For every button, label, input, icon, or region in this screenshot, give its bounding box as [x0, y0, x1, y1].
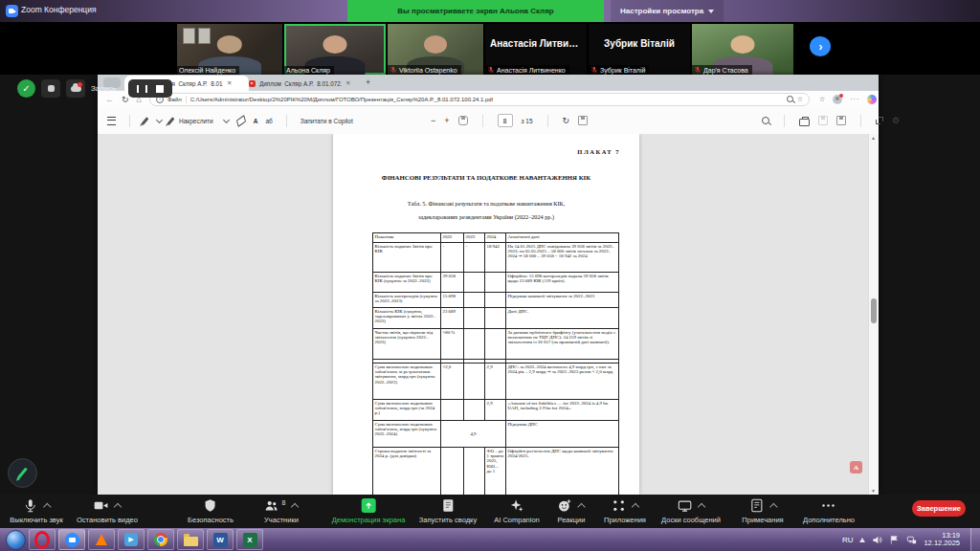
explorer-icon[interactable] [177, 529, 204, 550]
toolbar-item-label: Выключить звук [10, 516, 62, 524]
toolbar-item-participants[interactable]: 8Участники [264, 497, 299, 524]
table-header-cell: Аналітичні дані [506, 233, 619, 243]
more-icon [821, 498, 835, 513]
print-icon[interactable] [799, 119, 810, 126]
participant-tile-6[interactable]: Дар'я Стасова [692, 24, 793, 75]
draw-label[interactable]: Накреслити [179, 118, 213, 124]
participant-tile-1[interactable]: Олексій Найденко [177, 24, 282, 75]
table-cell: 18 942 [485, 243, 506, 273]
zoom-toolbar: Выключить звукОстановить видеоБезопаснос… [0, 495, 980, 528]
participant-tile-2[interactable]: Альона Скляр [284, 24, 386, 75]
save-as-icon[interactable] [836, 116, 846, 125]
chevron-up-icon[interactable] [43, 503, 51, 511]
toolbar-item-ai-companion[interactable]: AI Companion [494, 497, 540, 524]
eraser-icon[interactable] [236, 115, 246, 127]
end-meeting-button[interactable]: Завершение [912, 500, 966, 517]
toolbar-item-whiteboard[interactable]: Доски сообщений [661, 497, 721, 524]
word-icon[interactable]: W [207, 529, 234, 550]
chevron-down-icon[interactable] [223, 116, 230, 122]
speaker-icon[interactable] [872, 535, 882, 545]
translate-icon[interactable]: аб [265, 118, 272, 124]
toolbar-item-label: Реакции [558, 516, 586, 524]
tab-title: Диплом_Скляр А.Р._8.01.072.100 [259, 80, 342, 87]
toolbar-item-camera[interactable]: Остановить видео [77, 497, 138, 524]
participant-tile-4[interactable]: Анастасія ЛитвиненкоАнастасія Литвиненко [485, 24, 587, 75]
toolbar-item-share-screen[interactable]: Демонстрация экрана [332, 497, 406, 524]
toolbar-item-more[interactable]: Дополнительно [803, 497, 855, 524]
save-icon[interactable] [818, 116, 828, 125]
tray-expand-icon[interactable] [859, 538, 865, 542]
flag-icon[interactable] [889, 535, 900, 545]
zoom-page-icon[interactable] [787, 96, 793, 102]
copilot-icon[interactable] [867, 95, 877, 104]
chevron-up-icon[interactable] [578, 503, 586, 511]
table-cell [485, 293, 506, 308]
annotate-pencil-button[interactable] [8, 458, 37, 488]
zoom-icon[interactable] [58, 529, 85, 550]
next-participants-arrow[interactable]: › [810, 36, 831, 56]
settings-gear-icon[interactable]: ⚙ [892, 116, 900, 125]
participant-tile-5[interactable]: Зубрик ВіталійЗубрик Віталій [589, 24, 690, 75]
browser-tab-2[interactable]: Диплом_Скляр А.Р._8.01.072.100 ✕ [243, 76, 366, 91]
view-settings-label: Настройки просмотра [620, 7, 703, 15]
media-player-icon[interactable]: ▶ [118, 529, 145, 550]
toolbar-item-mic[interactable]: Выключить звук [10, 497, 62, 524]
security-shield-icon[interactable]: ✓ [17, 79, 35, 98]
page-layout-icon[interactable] [578, 116, 588, 125]
toolbar-item-reactions[interactable]: Реакции [558, 497, 586, 524]
toc-icon[interactable] [107, 117, 116, 125]
network-icon[interactable] [906, 535, 917, 545]
chevron-down-icon[interactable] [155, 116, 162, 122]
highlight-icon[interactable] [167, 117, 174, 125]
shield-icon [204, 498, 218, 513]
stop-recording-icon[interactable] [156, 85, 164, 93]
url-field[interactable]: i Файл C:/Users/Administrator/Desktop/2%… [149, 93, 810, 106]
chevron-up-icon[interactable] [114, 503, 122, 511]
excel-icon[interactable]: X [236, 529, 263, 550]
chevron-up-icon[interactable] [291, 503, 299, 511]
toolbar-item-notes[interactable]: Примечания [742, 497, 783, 524]
table-cell: 23 689 [441, 308, 464, 329]
opera-icon[interactable] [29, 529, 56, 550]
toolbar-item-summary[interactable]: Запустить сводку [419, 497, 477, 524]
more-menu-icon[interactable]: ··· [850, 96, 859, 102]
fit-width-icon[interactable] [458, 116, 468, 125]
zoom-out-icon[interactable]: − [431, 116, 435, 125]
toolbar-item-label: Демонстрация экрана [332, 516, 406, 524]
show-desktop-button[interactable] [970, 528, 980, 551]
vertical-scrollbar[interactable]: ▲ ▼ [868, 134, 879, 495]
close-icon[interactable]: ✕ [227, 79, 232, 87]
pause-recording-icon[interactable] [137, 85, 147, 93]
chevron-up-icon[interactable] [769, 503, 777, 511]
meeting-info-icon[interactable] [41, 79, 60, 98]
scrollbar-thumb[interactable] [871, 298, 877, 323]
profile-avatar[interactable] [833, 95, 842, 104]
toolbar-item-apps[interactable]: Приложения [604, 497, 646, 524]
taskbar-clock[interactable]: 13:19 12.12.2025 [924, 532, 960, 548]
view-settings-dropdown[interactable]: Настройки просмотра [611, 0, 724, 22]
participant-tile-3[interactable]: Viktoriia Ostapenko [388, 24, 483, 75]
language-indicator[interactable]: RU [842, 536, 854, 544]
chevron-up-icon[interactable] [632, 503, 639, 511]
toolbar-item-shield[interactable]: Безопасность [188, 497, 234, 524]
read-aloud-icon[interactable]: A [254, 118, 258, 124]
chrome-icon[interactable] [147, 529, 174, 550]
adobe-acrobat-button[interactable]: A [850, 461, 862, 474]
search-icon[interactable] [762, 117, 769, 124]
expand-icon[interactable] [876, 117, 883, 124]
ask-copilot-button[interactable]: Запитати в Copilot [301, 118, 353, 124]
rotate-icon[interactable]: ↻ [563, 116, 570, 125]
pen-icon[interactable] [141, 117, 148, 125]
scroll-down-icon[interactable]: ▼ [871, 488, 876, 494]
vlc-icon[interactable] [88, 529, 115, 550]
favorite-star-icon[interactable]: ☆ [797, 96, 803, 103]
collections-icon[interactable]: ☆ [819, 96, 825, 103]
zoom-in-icon[interactable]: + [444, 116, 449, 125]
chevron-up-icon[interactable] [698, 503, 705, 511]
page-number-input[interactable]: 8 [498, 114, 513, 127]
new-tab-button[interactable]: + [366, 77, 370, 87]
scroll-up-icon[interactable]: ▲ [871, 135, 876, 141]
start-icon[interactable] [6, 530, 26, 550]
table-cell: ≈2,0 [441, 364, 464, 400]
close-icon[interactable]: ✕ [345, 79, 350, 87]
